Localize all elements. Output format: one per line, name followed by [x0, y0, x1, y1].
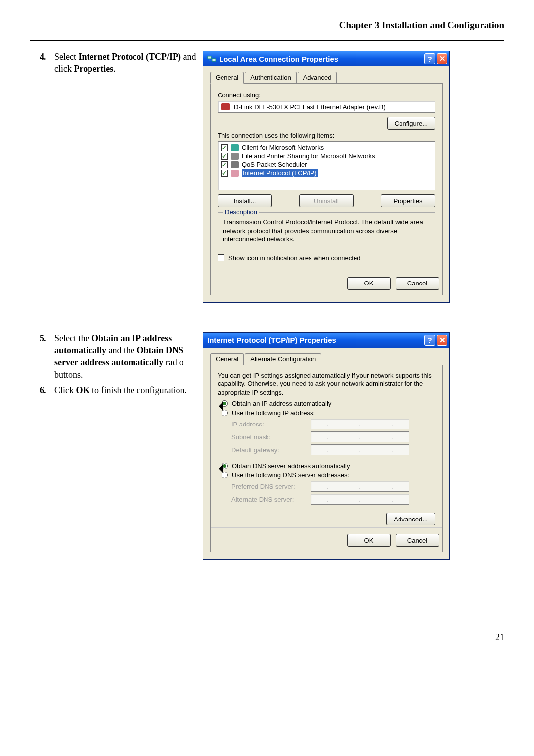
tab-strip: General Alternate Configuration: [210, 353, 443, 365]
properties-button[interactable]: Properties: [381, 194, 435, 207]
chapter-header: Chapter 3 Installation and Configuration: [30, 20, 504, 33]
instruction-list-2: 5. Select the Obtain an IP address autom…: [30, 332, 198, 400]
tcpip-properties-dialog: Internet Protocol (TCP/IP) Properties ? …: [203, 332, 450, 560]
dialog-title: Local Area Connection Properties: [219, 55, 424, 63]
ok-button[interactable]: OK: [347, 277, 391, 290]
callout-arrow-icon: [214, 401, 223, 411]
intro-text: You can get IP settings assigned automat…: [218, 371, 435, 397]
client-network-icon: [231, 144, 239, 151]
dialog-titlebar: Local Area Connection Properties ? ✕: [203, 51, 449, 66]
preferred-dns-label: Preferred DNS server:: [231, 483, 311, 490]
cancel-button[interactable]: Cancel: [396, 277, 439, 290]
help-button[interactable]: ?: [424, 53, 435, 64]
close-button[interactable]: ✕: [437, 335, 447, 346]
dialog-title: Internet Protocol (TCP/IP) Properties: [207, 336, 424, 344]
printer-share-icon: [231, 153, 239, 160]
nic-icon: [221, 103, 230, 110]
items-label: This connection uses the following items…: [218, 132, 435, 139]
checkbox-icon[interactable]: [221, 170, 228, 177]
ip-address-field: ...: [311, 419, 409, 429]
header-rule: [30, 40, 504, 42]
install-button[interactable]: Install...: [218, 194, 272, 207]
list-item[interactable]: QoS Packet Scheduler: [221, 160, 432, 169]
step-text: Click OK to finish the configuration.: [54, 384, 198, 396]
obtain-ip-label: Obtain an IP address automatically: [232, 400, 331, 407]
checkbox-icon[interactable]: [221, 161, 228, 168]
tab-panel-general: Connect using: D-Link DFE-530TX PCI Fast…: [210, 83, 443, 295]
show-icon-label: Show icon in notification area when conn…: [228, 254, 360, 262]
list-item-label: Internet Protocol (TCP/IP): [242, 169, 318, 177]
connection-items-listbox[interactable]: Client for Microsoft Networks File and P…: [218, 141, 435, 190]
tab-strip: General Authentication Advanced: [210, 71, 443, 83]
ok-button[interactable]: OK: [347, 534, 391, 547]
instruction-list-1: 4. Select Internet Protocol (TCP/IP) and…: [30, 51, 198, 79]
step-number: 6.: [40, 384, 54, 396]
network-icon: [207, 55, 216, 62]
close-button[interactable]: ✕: [437, 53, 447, 64]
adapter-field[interactable]: D-Link DFE-530TX PCI Fast Ethernet Adapt…: [218, 101, 435, 113]
connect-using-label: Connect using:: [218, 92, 435, 99]
step-text: Select Internet Protocol (TCP/IP) and cl…: [54, 51, 198, 75]
step-number: 4.: [40, 51, 54, 75]
subnet-mask-field: ...: [311, 431, 409, 442]
alternate-dns-label: Alternate DNS server:: [231, 496, 311, 503]
list-item[interactable]: Client for Microsoft Networks: [221, 143, 432, 152]
ip-address-label: IP address:: [231, 421, 311, 428]
show-icon-checkbox[interactable]: [218, 254, 224, 261]
tab-authentication[interactable]: Authentication: [245, 72, 296, 84]
callout-arrow-icon: [214, 464, 223, 473]
alternate-dns-field: ...: [311, 494, 409, 505]
subnet-mask-label: Subnet mask:: [231, 433, 311, 441]
default-gateway-field: ...: [311, 444, 409, 455]
checkbox-icon[interactable]: [221, 144, 228, 151]
adapter-name: D-Link DFE-530TX PCI Fast Ethernet Adapt…: [234, 103, 386, 111]
list-item-label: QoS Packet Scheduler: [242, 161, 307, 168]
tab-alternate-configuration[interactable]: Alternate Configuration: [245, 353, 321, 365]
description-text: Transmission Control Protocol/Internet P…: [223, 218, 430, 244]
page-number: 21: [30, 632, 504, 643]
footer-rule: [30, 629, 504, 629]
preferred-dns-field: ...: [311, 481, 409, 492]
step-text: Select the Obtain an IP address automati…: [54, 332, 198, 380]
tcp-ip-icon: [231, 170, 239, 177]
obtain-dns-label: Obtain DNS server address automatically: [232, 462, 350, 470]
list-item-label: File and Printer Sharing for Microsoft N…: [242, 152, 375, 160]
checkbox-icon[interactable]: [221, 153, 228, 160]
default-gateway-label: Default gateway:: [231, 446, 311, 454]
list-item[interactable]: Internet Protocol (TCP/IP): [221, 169, 432, 177]
step-number: 5.: [40, 332, 54, 380]
description-legend: Description: [223, 208, 259, 216]
description-groupbox: Description Transmission Control Protoco…: [218, 212, 435, 248]
use-ip-label: Use the following IP address:: [232, 409, 315, 417]
tab-panel-general: You can get IP settings assigned automat…: [210, 365, 443, 553]
list-item-label: Client for Microsoft Networks: [242, 144, 324, 151]
svg-rect-0: [208, 56, 211, 59]
dialog-titlebar: Internet Protocol (TCP/IP) Properties ? …: [203, 333, 449, 348]
tab-general[interactable]: General: [210, 72, 244, 84]
use-dns-label: Use the following DNS server addresses:: [232, 472, 349, 479]
uninstall-button: Uninstall: [299, 194, 354, 207]
cancel-button[interactable]: Cancel: [396, 534, 439, 547]
qos-icon: [231, 161, 239, 168]
tab-advanced[interactable]: Advanced: [298, 72, 337, 84]
advanced-button[interactable]: Advanced...: [386, 513, 435, 525]
local-area-connection-properties-dialog: Local Area Connection Properties ? ✕ Gen…: [203, 51, 450, 303]
help-button[interactable]: ?: [424, 335, 435, 346]
tab-general[interactable]: General: [210, 353, 244, 365]
svg-rect-1: [212, 59, 216, 61]
list-item[interactable]: File and Printer Sharing for Microsoft N…: [221, 152, 432, 160]
configure-button[interactable]: Configure...: [387, 117, 435, 130]
